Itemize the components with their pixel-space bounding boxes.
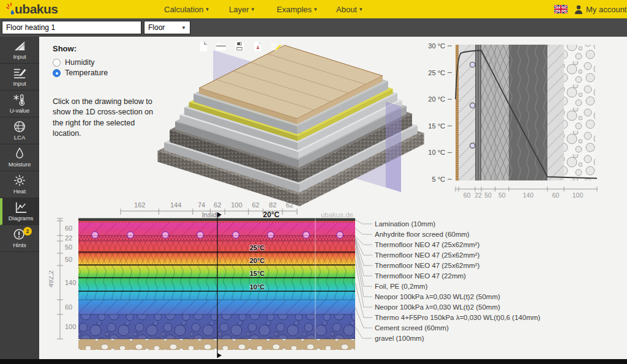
svg-text:30 °C: 30 °C [428,42,445,50]
svg-text:62: 62 [252,201,259,209]
drawing-hint-text: Click on the drawing below to show the 1… [53,97,158,139]
hints-badge: 2 [23,227,32,236]
svg-text:22: 22 [65,234,72,242]
frost-thermometer-icon [13,94,26,106]
chart-y-ticks [448,46,452,179]
section-plane-front [386,102,401,192]
sidebar-nav: Input Input U-value LCA Moisture [0,37,39,359]
logo-spark-icon [5,2,15,16]
radio-temperature-circle[interactable] [53,69,61,77]
svg-text:22: 22 [475,191,482,199]
sun-icon [13,174,26,187]
logo-droplet-icon [11,10,14,15]
uk-flag-icon[interactable] [554,5,568,16]
layer-label: Lamination (10mm) [375,220,435,228]
new-file-icon[interactable] [198,41,209,52]
sidebar-item-heat[interactable]: Heat [0,171,39,198]
person-icon [574,5,583,14]
my-account[interactable]: My account [574,0,626,18]
logo-text: ubakus [15,2,58,17]
chart-y-axis: 30 °C 25 °C 20 °C 15 °C 10 °C 5 °C [428,42,445,183]
project-toolbar: Floor [0,18,627,37]
svg-text:50: 50 [498,191,506,199]
droplet-icon [13,147,26,160]
radio-humidity[interactable]: Humidity [53,58,95,67]
component-type-select[interactable]: Floor [144,21,190,34]
svg-text:50: 50 [65,256,72,263]
svg-text:100: 100 [573,191,584,199]
svg-text:15 °C: 15 °C [428,122,445,130]
cross-section-chart: 30 °C 25 °C 20 °C 15 °C 10 °C 5 °C [421,38,627,201]
nav-examples[interactable]: Examples [277,0,317,18]
svg-text:140: 140 [523,191,534,199]
layer-label: Thermofloor NEO 47 (22mm) [375,272,466,280]
layers-edit-icon [13,67,26,79]
export-pdf-icon[interactable] [252,41,263,52]
svg-text:10 °C: 10 °C [428,149,445,156]
layer-label: Neopor 100kPa λ=0,030 WL(t)2 (50mm) [375,303,500,311]
cursor-bottom-marker [217,353,222,358]
layer-textures [78,218,355,339]
svg-text:25 °C: 25 °C [428,69,445,76]
radio-humidity-circle[interactable] [53,59,61,67]
project-name-input[interactable] [2,21,141,34]
svg-text:60: 60 [464,191,471,199]
ubakus-logo[interactable]: ubakus [5,1,58,17]
edit-notes-icon[interactable] [271,41,282,52]
sidebar-item-hints[interactable]: Hints 2 [0,225,39,252]
open-folder-icon[interactable] [216,41,227,52]
svg-text:10°C: 10°C [250,283,265,291]
geometry-icon [13,40,26,52]
layer-label: Cement screed (60mm) [375,324,449,332]
layer-label: gravel (100mm) [375,335,424,342]
sidebar-item-moisture[interactable]: Moisture [0,144,39,171]
layer-label: Thermofloor NEO 47 (25x62mm²) [375,262,479,269]
sidebar-item-input-geometry[interactable]: Input [0,37,39,64]
svg-text:25°C: 25°C [250,244,265,251]
sidebar-item-input-layers[interactable]: Input [0,64,39,91]
leader-lines [355,220,372,338]
svg-text:100: 100 [65,323,76,330]
svg-text:20 °C: 20 °C [428,95,445,103]
svg-text:20°C: 20°C [250,257,265,264]
account-label: My account [586,5,626,14]
layer-label: Anhydrite floor screed (60mm) [375,231,470,238]
svg-text:62: 62 [286,201,293,209]
svg-text:5 °C: 5 °C [432,176,445,183]
nav-about[interactable]: About [336,0,362,18]
chart-x-axis: 60 22 50 50 140 60 100 [456,187,597,199]
svg-text:60: 60 [65,225,72,232]
layer-label: Thermo 4+F5Pro 150kPa λ=0,030 WL(t)0,6 (… [375,314,541,321]
svg-text:82: 82 [269,201,276,209]
sidebar-item-diagrams[interactable]: Diagrams [0,198,39,225]
show-label: Show: [53,44,77,53]
save-icon[interactable] [234,41,245,52]
watermark: ubakus.de [321,211,353,218]
construction-3d-drawing[interactable] [147,38,429,209]
layer-label: Thermofloor NEO 47 (25x62mm²) [375,251,479,259]
ubakus-app: { "header": { "logo": "ubakus", "nav": [… [0,0,627,364]
bottom-bar [0,359,627,364]
sidebar-item-u-value[interactable]: U-value [0,91,39,117]
globe-icon [13,121,26,133]
layer-label: Thermofloor NEO 47 (25x62mm²) [375,241,479,248]
svg-text:15°C: 15°C [250,270,265,277]
svg-text:100: 100 [231,201,242,209]
total-thickness-label: 492,2 [49,270,54,288]
radio-temperature[interactable]: Temperature [53,69,108,77]
nav-calculation[interactable]: Calculation [164,0,209,18]
temperature-diagram[interactable]: 162 144 74 62 100 62 82 62 Inside 20°C u… [49,199,627,361]
layer-label: Neopor 100kPa λ=0,030 WL(t)2 (50mm) [375,293,500,300]
nav-layer[interactable]: Layer [229,0,254,18]
svg-text:60: 60 [552,191,560,199]
chart-icon [14,201,28,214]
inside-temperature: 20°C [263,210,280,219]
sidebar-item-lca[interactable]: LCA [0,117,39,144]
layer-label: Foil, PE (0,2mm) [375,283,427,290]
svg-text:162: 162 [134,201,145,209]
svg-text:60: 60 [65,303,72,311]
svg-text:74: 74 [198,201,205,209]
svg-text:140: 140 [65,279,76,286]
app-header: ubakus Calculation Layer Examples About … [0,0,627,18]
chart-material-bands [456,45,595,180]
